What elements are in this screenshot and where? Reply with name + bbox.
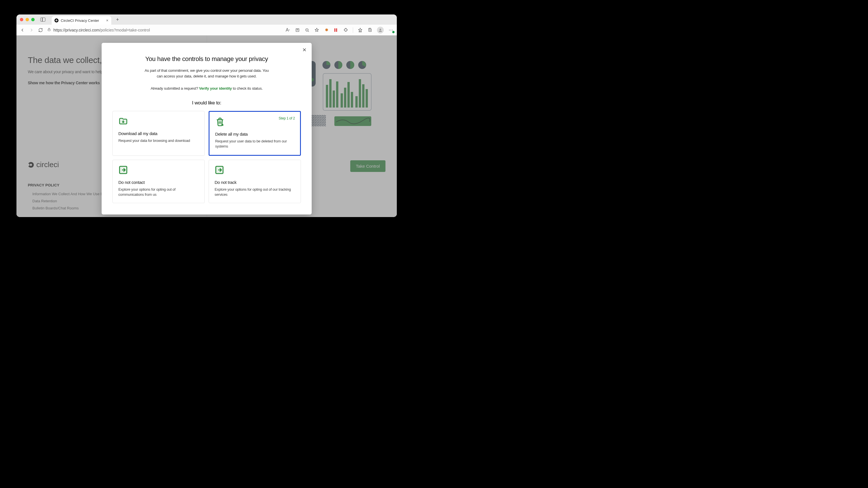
reader-icon[interactable] xyxy=(295,28,300,33)
card-title: Do not track xyxy=(215,180,295,185)
page-viewport: The data we collect, how it's u We care … xyxy=(17,35,397,217)
profile-avatar[interactable] xyxy=(377,27,384,33)
new-tab-button[interactable]: + xyxy=(114,15,122,24)
close-window[interactable] xyxy=(20,18,23,21)
browser-window: CircleCI Privacy Center × + https://priv… xyxy=(17,14,397,217)
option-cards: Download all my data Request your data f… xyxy=(113,111,301,203)
card-title: Do not contact xyxy=(118,180,199,185)
sidebar-toggle-icon[interactable] xyxy=(40,18,45,22)
maximize-window[interactable] xyxy=(31,18,35,21)
card-title: Download all my data xyxy=(118,131,199,136)
card-step-label: Step 1 of 2 xyxy=(279,116,295,120)
modal-subtitle: As part of that commitment, we give you … xyxy=(142,68,272,79)
favorite-icon[interactable] xyxy=(314,28,319,33)
toolbar-right: A» ✸ ⋯ xyxy=(285,27,394,33)
address-bar[interactable]: https://privacy.circleci.com/policies?mo… xyxy=(47,28,281,32)
card-desc: Explore your options for opting out of c… xyxy=(118,187,199,197)
read-aloud-icon[interactable]: A» xyxy=(285,28,290,33)
url-bar: https://privacy.circleci.com/policies?mo… xyxy=(17,25,397,35)
card-desc: Explore your options for opting out of o… xyxy=(215,187,295,197)
exit-right-icon xyxy=(215,165,224,175)
browser-tab[interactable]: CircleCI Privacy Center × xyxy=(52,16,111,25)
minimize-window[interactable] xyxy=(26,18,29,21)
card-title: Delete all my data xyxy=(215,132,294,136)
tab-close-icon[interactable]: × xyxy=(106,19,108,23)
titlebar: CircleCI Privacy Center × + xyxy=(17,14,397,25)
svg-point-8 xyxy=(379,29,381,30)
card-desc: Request your data for browsing and downl… xyxy=(118,138,199,143)
modal-section-heading: I would like to: xyxy=(113,100,301,106)
exit-right-icon xyxy=(118,165,128,175)
card-download-data[interactable]: Download all my data Request your data f… xyxy=(113,111,205,156)
modal-close-button[interactable]: ✕ xyxy=(302,47,307,53)
reload-button[interactable] xyxy=(38,28,43,33)
url-host: https://privacy.circleci.com xyxy=(53,28,99,32)
svg-point-1 xyxy=(56,20,57,21)
modal-overlay[interactable]: ✕ You have the controls to manage your p… xyxy=(17,35,397,217)
collections-icon[interactable] xyxy=(367,28,372,33)
forward-button xyxy=(29,28,34,33)
card-do-not-contact[interactable]: Do not contact Explore your options for … xyxy=(113,160,205,203)
window-controls xyxy=(20,18,35,21)
extension-icon-1[interactable]: ✸ xyxy=(324,28,329,33)
extensions-icon[interactable] xyxy=(343,28,348,33)
modal-status: Already submitted a request? Verify your… xyxy=(113,86,301,91)
zoom-icon[interactable] xyxy=(305,28,310,33)
tab-favicon xyxy=(55,19,59,23)
back-button[interactable] xyxy=(20,28,25,33)
download-folder-icon xyxy=(118,116,128,126)
card-desc: Request your user data to be deleted fro… xyxy=(215,139,294,149)
verify-identity-link[interactable]: Verify your identity xyxy=(199,86,232,91)
card-do-not-track[interactable]: Do not track Explore your options for op… xyxy=(209,160,301,203)
more-icon[interactable]: ⋯ xyxy=(388,28,394,33)
trash-x-icon xyxy=(215,117,225,127)
svg-rect-2 xyxy=(48,29,50,31)
tab-title: CircleCI Privacy Center xyxy=(61,19,99,23)
svg-rect-6 xyxy=(336,28,337,32)
card-delete-data[interactable]: Step 1 of 2 Delete all my data Request y… xyxy=(209,111,301,156)
privacy-modal: ✕ You have the controls to manage your p… xyxy=(102,43,312,215)
extension-icon-2[interactable] xyxy=(334,28,339,33)
url-path: /policies?modal=take-control xyxy=(99,28,150,32)
modal-title: You have the controls to manage your pri… xyxy=(113,55,301,63)
favorites-bar-icon[interactable] xyxy=(358,28,363,33)
svg-rect-5 xyxy=(334,28,336,32)
lock-icon xyxy=(47,28,51,32)
